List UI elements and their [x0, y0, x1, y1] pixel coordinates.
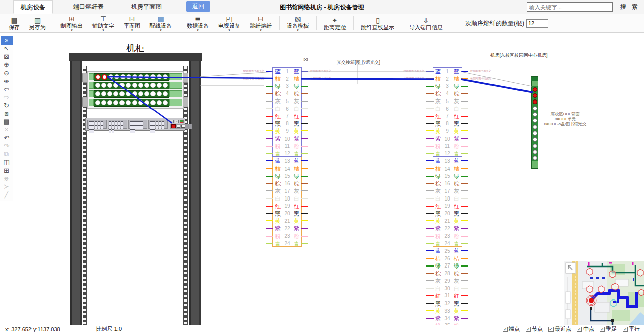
toolbar-aux-text-button[interactable]: ⊤辅助文字▾: [87, 15, 119, 32]
tool-pan-icon[interactable]: ⇹: [1, 77, 13, 85]
fiber-port[interactable]: [144, 100, 149, 105]
copper-port[interactable]: [130, 125, 132, 129]
tool-zoom-in-icon[interactable]: ⊕: [1, 61, 13, 69]
odf-port-connected[interactable]: [533, 99, 537, 104]
tool-split-view-icon[interactable]: ◫: [1, 158, 13, 166]
splice-row[interactable]: 绿3绿: [266, 83, 308, 90]
copper-port[interactable]: [91, 125, 94, 129]
splice-row[interactable]: 绿27绿: [426, 262, 468, 270]
fiber-port[interactable]: [157, 91, 162, 96]
splice-row[interactable]: 灰5灰: [426, 97, 468, 105]
copper-port[interactable]: [135, 121, 138, 125]
toolbar-floor-plan-button[interactable]: ⊡平面图▾: [119, 15, 145, 32]
copper-port[interactable]: [112, 129, 114, 133]
fiber-port[interactable]: [101, 83, 106, 88]
copper-patch-panel[interactable]: ≡ ≡: [85, 118, 185, 131]
fiber-port[interactable]: [107, 83, 112, 88]
snap-toggle-平行[interactable]: ✓平行: [623, 325, 640, 333]
uplink-port[interactable]: [181, 125, 185, 128]
splice-row[interactable]: 蓝1蓝: [426, 68, 468, 75]
splice-row[interactable]: 黑32黑: [426, 299, 468, 307]
fiber-port-connected[interactable]: [95, 74, 101, 80]
copper-port[interactable]: [150, 129, 152, 133]
fiber-port[interactable]: [138, 83, 143, 88]
copper-port[interactable]: [141, 125, 144, 129]
splice-row[interactable]: 粉11粉: [266, 143, 308, 150]
fiber-port[interactable]: [144, 74, 149, 79]
odf-port[interactable]: [533, 150, 537, 154]
fiber-port[interactable]: [119, 100, 125, 105]
fiber-port[interactable]: [107, 91, 112, 96]
fiber-port[interactable]: [157, 100, 162, 105]
splice-row[interactable]: 桔14桔: [426, 165, 468, 173]
checkbox-checked-icon[interactable]: ✓: [577, 327, 582, 332]
splice-row[interactable]: 紫10紫: [426, 135, 468, 143]
fiber-port[interactable]: [119, 91, 125, 96]
splice-row[interactable]: 蓝13蓝: [426, 157, 468, 165]
toolbar-save-button[interactable]: ▤保存: [4, 16, 24, 31]
splice-row[interactable]: 青24青: [426, 240, 468, 247]
search-button[interactable]: 搜 索: [620, 3, 640, 11]
splice-row[interactable]: 粉23粉: [426, 232, 468, 240]
copper-port[interactable]: [150, 125, 152, 129]
splice-row[interactable]: 棕28棕: [426, 270, 468, 277]
copper-port[interactable]: [159, 125, 161, 129]
copper-port[interactable]: [152, 125, 155, 129]
fiber-port-connected[interactable]: [102, 74, 107, 80]
fiber-port[interactable]: [132, 83, 137, 88]
splice-row[interactable]: 青24青: [266, 240, 308, 247]
fiber-port[interactable]: [163, 83, 168, 88]
copper-port[interactable]: [98, 121, 100, 125]
copper-port[interactable]: [121, 121, 124, 125]
splice-row[interactable]: 白18白: [426, 195, 468, 203]
toolbar-data-device-button[interactable]: ≣数据设备▾: [182, 15, 213, 32]
copper-port[interactable]: [109, 129, 112, 133]
checkbox-checked-icon[interactable]: ✓: [600, 327, 605, 332]
splice-row[interactable]: 黑8黑: [266, 120, 308, 127]
copper-port[interactable]: [118, 121, 120, 125]
toolbar-plot-output-button[interactable]: ⊞制图输出▾: [56, 15, 87, 32]
splice-row[interactable]: 棕4棕: [266, 90, 308, 97]
fiber-port[interactable]: [114, 74, 119, 79]
snap-toggle-端点[interactable]: ✓端点: [503, 325, 520, 333]
copper-port[interactable]: [115, 125, 117, 129]
copper-port[interactable]: [152, 129, 155, 133]
odf-port[interactable]: [533, 156, 537, 160]
fiber-port[interactable]: [150, 83, 156, 88]
fiber-port[interactable]: [132, 74, 137, 79]
copper-port[interactable]: [132, 121, 135, 125]
splice-row[interactable]: 紫22紫: [426, 225, 468, 232]
toolbar-tv-device-button[interactable]: ◰电视设备▾: [213, 15, 245, 32]
uplink-port-connected[interactable]: [171, 124, 176, 128]
splice-row[interactable]: 桔14桔: [266, 165, 308, 173]
splice-row[interactable]: 青12青: [266, 150, 308, 157]
odf-port[interactable]: [533, 137, 537, 142]
fiber-port[interactable]: [144, 91, 149, 96]
fiber-port[interactable]: [95, 100, 100, 105]
checkbox-checked-icon[interactable]: ✓: [548, 327, 554, 332]
splice-row[interactable]: 紫22紫: [266, 225, 308, 232]
equipment-rack[interactable]: 机柜 ≡ ≡: [69, 53, 202, 325]
tab-room-devices[interactable]: 机房设备: [13, 0, 53, 14]
copper-port[interactable]: [98, 125, 100, 129]
splice-row[interactable]: 紫34紫: [426, 315, 468, 322]
copper-port[interactable]: [109, 125, 112, 129]
tool-back-icon[interactable]: ⇦: [1, 85, 13, 93]
splice-row[interactable]: 蓝13蓝: [266, 157, 308, 165]
checkbox-checked-icon[interactable]: ✓: [503, 327, 508, 332]
copper-port[interactable]: [89, 125, 91, 129]
fiber-port[interactable]: [113, 83, 118, 88]
splice-row[interactable]: 青12青: [426, 150, 468, 157]
tool-fit-view-icon[interactable]: ⧈: [1, 110, 13, 118]
splice-row[interactable]: 灰17灰: [426, 187, 468, 195]
toolbar-fiber-splice-button[interactable]: ⊟跳纤熔纤▾: [245, 15, 277, 32]
odf-port[interactable]: [533, 131, 537, 136]
odf-port-connected[interactable]: [533, 93, 537, 98]
splice-row[interactable]: 红7红: [266, 113, 308, 120]
copper-port[interactable]: [91, 121, 94, 125]
fiber-port[interactable]: [157, 83, 162, 88]
search-input[interactable]: [527, 2, 613, 12]
copper-port[interactable]: [138, 125, 141, 129]
splice-row[interactable]: 粉11粉: [426, 143, 468, 150]
splice-row[interactable]: 白6白: [266, 105, 308, 113]
